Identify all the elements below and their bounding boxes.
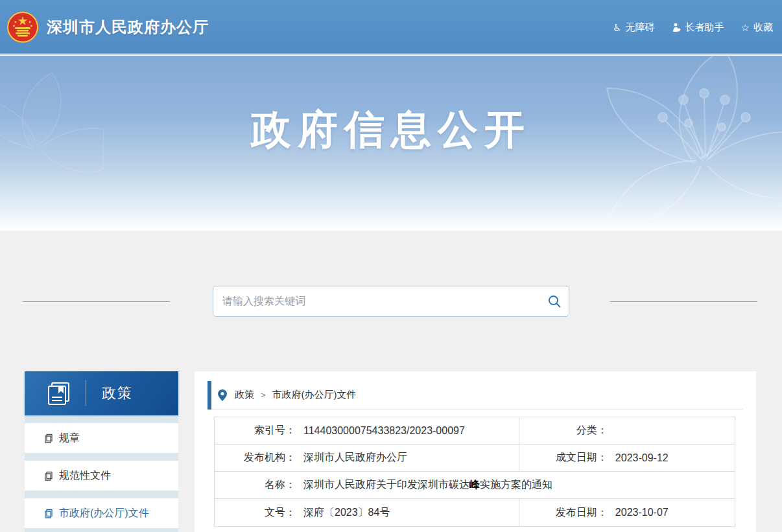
search-button[interactable] bbox=[540, 286, 569, 316]
main-panel: 政策 > 市政府(办公厅)文件 索引号： 114403000075433823/… bbox=[195, 371, 756, 532]
favorite-label: 收藏 bbox=[753, 21, 773, 34]
sidebar-title: 政策 bbox=[102, 384, 133, 403]
publish-date-label: 发布日期： bbox=[519, 506, 608, 520]
decorative-line-right bbox=[610, 301, 757, 302]
accessibility-link[interactable]: ♿ 无障碍 bbox=[613, 21, 654, 34]
category-label: 分类： bbox=[519, 424, 608, 437]
document-icon bbox=[44, 471, 54, 481]
breadcrumb-link-municipal-documents[interactable]: 市政府(办公厅)文件 bbox=[272, 389, 357, 401]
publish-date-cell: 发布日期： 2023-10-07 bbox=[519, 499, 735, 526]
decorative-line-left bbox=[23, 301, 170, 302]
search-input[interactable] bbox=[213, 286, 540, 316]
name-text: 实施方案的通知 bbox=[480, 479, 552, 490]
written-date-label: 成文日期： bbox=[519, 451, 608, 465]
written-date-value: 2023-09-12 bbox=[615, 452, 669, 464]
search-icon bbox=[547, 294, 562, 308]
policy-book-icon bbox=[45, 380, 73, 407]
agency-cell: 发布机构： 深圳市人民政府办公厅 bbox=[215, 445, 519, 471]
sidebar-item-regulations[interactable]: 规章 bbox=[25, 423, 178, 453]
sidebar: 政策 规章 规范性文件 市政府(办公厅)文件 bbox=[25, 371, 178, 532]
document-icon bbox=[44, 434, 54, 443]
sidebar-item-label: 市政府(办公厅)文件 bbox=[59, 507, 149, 520]
national-emblem-icon bbox=[6, 11, 39, 43]
table-row-index-category: 索引号： 114403000075433823/2023-00097 分类： bbox=[215, 417, 735, 445]
doc-no-cell: 文号： 深府〔2023〕84号 bbox=[215, 499, 519, 526]
index-label: 索引号： bbox=[215, 424, 296, 437]
sidebar-header-divider bbox=[86, 380, 86, 406]
page-banner: 政府信息公开 bbox=[0, 56, 782, 231]
agency-label: 发布机构： bbox=[215, 451, 296, 465]
elder-assist-link[interactable]: 长者助手 bbox=[672, 21, 724, 34]
table-row-name: 名称： 深圳市人民政府关于印发深圳市碳达峰实施方案的通知 bbox=[215, 472, 735, 499]
doc-no-value: 深府〔2023〕84号 bbox=[303, 506, 390, 520]
document-info-table: 索引号： 114403000075433823/2023-00097 分类： 发… bbox=[214, 417, 735, 527]
sidebar-item-label: 规范性文件 bbox=[59, 469, 111, 483]
site-home-link[interactable]: 深圳市人民政府办公厅 bbox=[6, 0, 209, 54]
breadcrumb-accent-bar bbox=[207, 381, 211, 410]
elder-assist-label: 长者助手 bbox=[685, 21, 724, 34]
name-cell: 名称： 深圳市人民政府关于印发深圳市碳达峰实施方案的通知 bbox=[215, 472, 735, 498]
page-title: 政府信息公开 bbox=[0, 102, 782, 157]
favorite-link[interactable]: ☆ 收藏 bbox=[741, 21, 773, 34]
sidebar-item-label: 规章 bbox=[59, 432, 80, 445]
doc-no-label: 文号： bbox=[215, 506, 296, 520]
breadcrumb-separator: > bbox=[261, 390, 266, 400]
written-date-cell: 成文日期： 2023-09-12 bbox=[519, 445, 735, 471]
top-bar: 深圳市人民政府办公厅 ♿ 无障碍 长者助手 ☆ 收藏 bbox=[0, 0, 782, 54]
search-box bbox=[213, 286, 569, 317]
category-cell: 分类： bbox=[519, 417, 735, 444]
name-highlighted-keyword: 峰 bbox=[469, 479, 480, 490]
name-text: 深圳市人民政府关于印发深圳市碳达 bbox=[303, 479, 469, 490]
sidebar-header: 政策 bbox=[25, 371, 178, 415]
elder-assist-icon bbox=[672, 23, 681, 32]
name-label: 名称： bbox=[215, 478, 296, 492]
agency-value: 深圳市人民政府办公厅 bbox=[303, 451, 407, 465]
sidebar-item-normative-documents[interactable]: 规范性文件 bbox=[25, 461, 178, 491]
star-icon: ☆ bbox=[741, 23, 750, 32]
content-section: 政策 规章 规范性文件 市政府(办公厅)文件 bbox=[0, 231, 782, 532]
breadcrumb-link-policy[interactable]: 政策 bbox=[235, 389, 254, 401]
site-title: 深圳市人民政府办公厅 bbox=[47, 17, 209, 38]
index-cell: 索引号： 114403000075433823/2023-00097 bbox=[215, 417, 519, 444]
table-row-agency-date: 发布机构： 深圳市人民政府办公厅 成文日期： 2023-09-12 bbox=[215, 445, 735, 472]
document-icon bbox=[44, 509, 54, 518]
index-value: 114403000075433823/2023-00097 bbox=[303, 425, 465, 437]
name-value: 深圳市人民政府关于印发深圳市碳达峰实施方案的通知 bbox=[303, 478, 552, 492]
utility-links: ♿ 无障碍 长者助手 ☆ 收藏 bbox=[613, 0, 773, 54]
location-pin-icon bbox=[218, 389, 227, 401]
table-row-docno-publishdate: 文号： 深府〔2023〕84号 发布日期： 2023-10-07 bbox=[215, 499, 735, 526]
sidebar-item-municipal-government-documents[interactable]: 市政府(办公厅)文件 bbox=[25, 498, 178, 528]
publish-date-value: 2023-10-07 bbox=[615, 507, 669, 518]
accessibility-label: 无障碍 bbox=[626, 21, 655, 34]
accessibility-icon: ♿ bbox=[613, 23, 621, 32]
breadcrumb: 政策 > 市政府(办公厅)文件 bbox=[207, 381, 743, 410]
